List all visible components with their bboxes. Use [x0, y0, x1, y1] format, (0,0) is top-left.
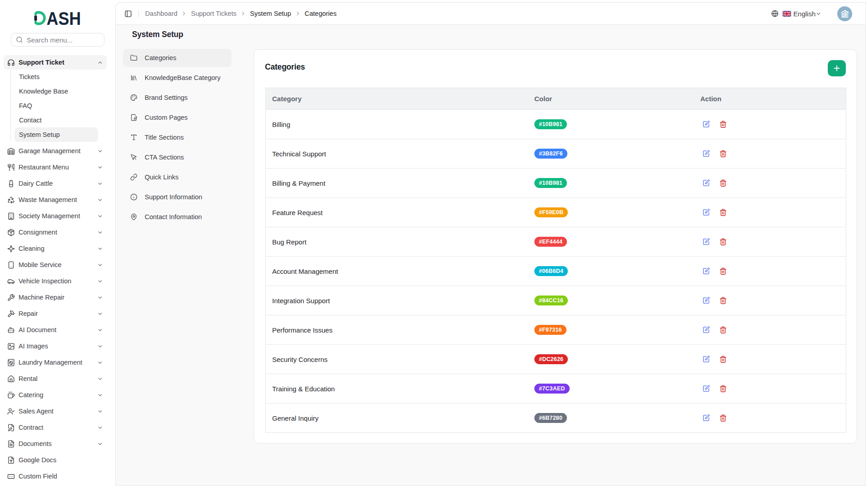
svg-text:ASH: ASH — [47, 9, 81, 27]
